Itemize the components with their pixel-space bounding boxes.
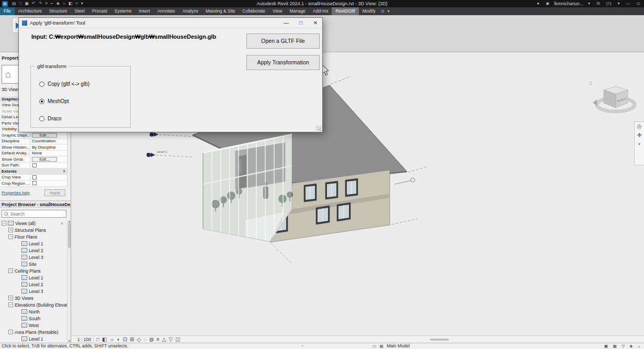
tree-item-floor-level-1[interactable]: Level 1 [0, 240, 67, 247]
minimize-window-icon[interactable]: — [626, 0, 630, 7]
tree-item-ceiling-plans[interactable]: − Ceiling Plans [0, 267, 67, 274]
tab-systems[interactable]: Systems [111, 7, 135, 15]
tab-architecture[interactable]: Architecture [15, 7, 46, 15]
tree-item-views-all[interactable]: − Views (all) ∧ [0, 220, 67, 227]
expander-icon[interactable]: + [8, 228, 13, 232]
radio-copy[interactable]: Copy (gltf <-> glb) [39, 81, 89, 87]
signed-in-user[interactable]: femnichanun... [554, 1, 583, 6]
ribbon-collapse-icon[interactable]: ▾ [386, 7, 391, 15]
detail-level-icon[interactable]: □ [96, 336, 99, 343]
expander-icon[interactable]: + [8, 296, 13, 300]
crop-view-checkbox[interactable] [32, 175, 37, 179]
design-options-icon[interactable]: ▣ [604, 343, 608, 349]
select-toggle-icon[interactable]: ◈ [629, 343, 632, 349]
tree-item-area-plans-rentable[interactable]: − Area Plans (Rentable) [0, 329, 67, 335]
expander-icon[interactable]: − [8, 234, 13, 239]
tree-item-structural-plans[interactable]: + Structural Plans [0, 227, 67, 233]
sun-path-checkbox[interactable] [32, 163, 37, 167]
redo-icon[interactable]: ↷ [39, 0, 42, 7]
shadows-icon[interactable]: ◐ [117, 336, 120, 343]
expander-icon[interactable]: − [2, 221, 6, 226]
viewcube-rotate-arrow-icon[interactable] [593, 99, 597, 106]
prop-section-extents[interactable]: Extents ∧ [0, 168, 67, 175]
pan-icon[interactable]: ✚ [637, 132, 641, 138]
prop-row-default-analysis[interactable]: Default Analy... None [0, 151, 67, 157]
temporary-hide-isolate-icon[interactable]: ◌ [143, 336, 146, 343]
radio-meshopt-icon[interactable] [39, 99, 44, 104]
prop-row-crop-view[interactable]: Crop View [0, 175, 67, 181]
expander-icon[interactable]: − [8, 268, 13, 273]
filter-icon[interactable]: ▽ [622, 343, 625, 349]
print-icon[interactable]: ≡ [45, 0, 48, 7]
dialog-titlebar[interactable]: Apply 'gltf-transform' Tool — □ ✕ [19, 18, 322, 28]
expander-icon[interactable]: − [8, 330, 13, 334]
graphic-display-edit-button[interactable]: Edit... [32, 133, 57, 138]
project-browser-title[interactable]: Project Browser - smallHouseDesign.rvt [0, 200, 71, 208]
temporary-view-properties-icon[interactable]: ≡ [156, 336, 160, 343]
search-input[interactable] [10, 211, 66, 217]
editable-only-icon[interactable]: ▭ [372, 343, 377, 349]
tree-item-floor-level-2[interactable]: Level 2 [0, 247, 67, 254]
crop-view-icon[interactable]: ⊡ [123, 336, 127, 343]
browser-scrollbar[interactable]: ▲ ▼ [67, 220, 71, 343]
sun-path-icon[interactable]: ☼ [110, 336, 115, 343]
open-gltf-file-button[interactable]: Open a GLTF File [246, 33, 320, 49]
dialog-close-icon[interactable]: ✕ [312, 20, 319, 26]
save-icon[interactable]: ▣ [25, 0, 29, 7]
revit-logo[interactable]: R [2, 1, 8, 7]
measure-icon[interactable]: ⌐ [51, 0, 53, 7]
crop-region-checkbox[interactable] [32, 181, 37, 185]
ribbon-options-icon[interactable]: ⊡ [379, 7, 386, 15]
tab-collaborate[interactable]: Collaborate [239, 7, 269, 15]
tab-file[interactable]: File [0, 7, 15, 15]
navigation-bar[interactable]: ◎ ✚ ▾ [634, 121, 644, 165]
maximize-window-icon[interactable]: ▭ [636, 0, 640, 7]
navbar-expand-icon[interactable]: ▾ [638, 141, 640, 147]
app-store-icon[interactable]: ⊟ [596, 0, 600, 7]
tab-modify[interactable]: Modify [359, 7, 379, 15]
prop-row-discipline[interactable]: Discipline Coordination [0, 139, 67, 145]
crop-region-icon[interactable]: ⊞ [130, 336, 134, 343]
lock-3d-view-icon[interactable]: ◇ [137, 336, 141, 343]
section-marker[interactable] [394, 178, 415, 184]
tree-item-north[interactable]: North [0, 308, 67, 315]
qat-customize-icon[interactable]: ▾ [81, 0, 83, 7]
radio-draco[interactable]: Draco [39, 116, 62, 121]
tab-massing-site[interactable]: Massing & Site [202, 7, 239, 15]
reveal-constraints-icon[interactable]: ◫ [175, 336, 180, 343]
account-caret-icon[interactable]: ▾ [588, 0, 590, 7]
displacement-icon[interactable]: ▽ [168, 336, 173, 343]
collapse-chevron-icon[interactable]: ∧ [61, 221, 63, 226]
show-grids-edit-button[interactable]: Edit... [32, 157, 57, 162]
properties-help-link[interactable]: Properties help [0, 190, 30, 195]
tag-icon[interactable]: ◈ [57, 0, 60, 7]
status-expand-icon[interactable]: ⌄ [637, 343, 641, 349]
tab-view[interactable]: View [269, 7, 286, 15]
tree-item-ceiling-level-3[interactable]: Level 3 [0, 288, 67, 295]
active-workset-select[interactable]: Main Model [387, 343, 410, 349]
help-icon[interactable]: (?) [606, 0, 612, 7]
viewcube-home-icon[interactable]: ⌂ [589, 80, 592, 86]
tree-item-floor-level-3[interactable]: Level 3 [0, 254, 67, 261]
navigation-wheel-icon[interactable]: ◎ [637, 123, 642, 129]
gltf-transform-dialog[interactable]: Apply 'gltf-transform' Tool — □ ✕ Input:… [18, 17, 323, 132]
account-avatar-icon[interactable]: ◉ [546, 0, 549, 7]
tab-analyze[interactable]: Analyze [179, 7, 202, 15]
properties-apply-button[interactable]: Apply [44, 189, 65, 196]
prop-row-show-grids[interactable]: Show Grids Edit... [0, 156, 67, 163]
tree-item-ceiling-level-2[interactable]: Level 2 [0, 281, 67, 288]
tab-annotate[interactable]: Annotate [154, 7, 179, 15]
help-caret-icon[interactable]: ▾ [617, 0, 619, 7]
tab-structure[interactable]: Structure [46, 7, 71, 15]
prop-row-crop-region[interactable]: Crop Region ... [0, 181, 67, 187]
tree-item-3d-views[interactable]: + 3D Views [0, 295, 67, 301]
radio-meshopt[interactable]: MeshOpt [39, 98, 69, 104]
open-icon[interactable]: □ [19, 0, 22, 7]
notification-icon[interactable]: ● [537, 0, 539, 7]
prop-row-sun-path[interactable]: Sun Path [0, 163, 67, 169]
section-icon[interactable]: ◧ [69, 0, 73, 7]
browser-search-box[interactable] [2, 210, 66, 218]
thin-lines-icon[interactable]: ≈ [75, 0, 77, 7]
prop-row-show-hidden[interactable]: Show Hidden... By Discipline [0, 144, 67, 151]
file-menu-icon[interactable]: ▤ [12, 0, 16, 7]
